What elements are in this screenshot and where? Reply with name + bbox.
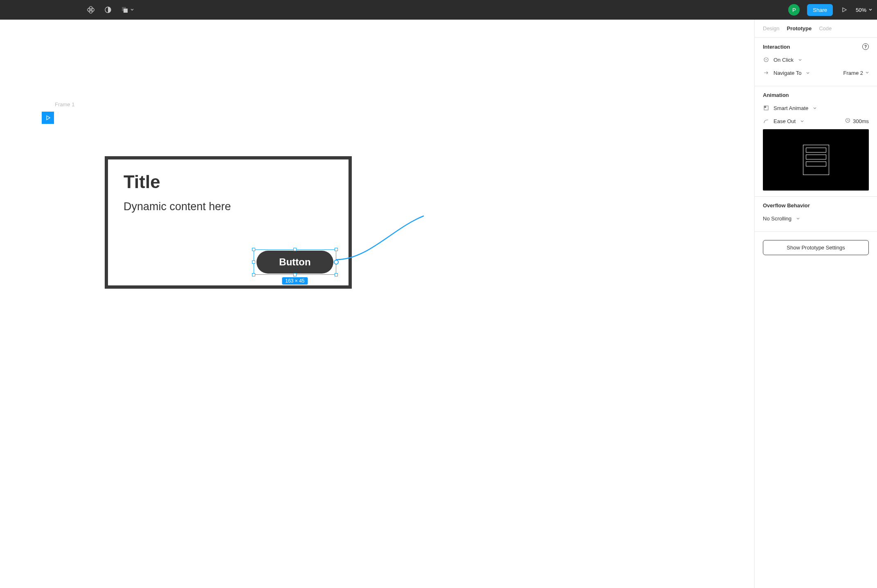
canvas-button[interactable]: Button: [256, 251, 333, 274]
canvas[interactable]: Frame 1 Title Dynamic content here Butto…: [0, 20, 754, 588]
easing-row[interactable]: Ease Out 300ms: [763, 115, 869, 127]
resize-handle-ne[interactable]: [335, 248, 338, 251]
chevron-down-icon: [813, 105, 816, 111]
animation-heading: Animation: [763, 92, 789, 98]
share-button[interactable]: Share: [807, 4, 833, 16]
right-panel: Design Prototype Code Interaction ? On C…: [754, 20, 877, 588]
chevron-down-icon: [801, 118, 804, 124]
svg-rect-6: [124, 9, 128, 13]
resize-handle-sw[interactable]: [252, 273, 255, 276]
resize-handle-se[interactable]: [335, 273, 338, 276]
zoom-dropdown[interactable]: 50%: [856, 7, 872, 13]
trigger-label: On Click: [774, 57, 794, 63]
overflow-row[interactable]: No Scrolling: [763, 213, 869, 224]
interaction-heading: Interaction: [763, 44, 790, 50]
svg-rect-10: [764, 106, 766, 108]
user-avatar[interactable]: P: [788, 4, 800, 16]
toolbar-left: [87, 6, 134, 14]
chevron-down-icon: [866, 71, 869, 74]
overflow-value: No Scrolling: [763, 215, 792, 222]
animation-type-row[interactable]: Smart Animate: [763, 102, 869, 114]
svg-rect-3: [89, 10, 92, 13]
chevron-down-icon: [796, 215, 800, 222]
preview-frame-icon: [803, 145, 829, 175]
panel-tabs: Design Prototype Code: [755, 20, 877, 38]
animation-section: Animation Smart Animate Ease Out 300ms: [755, 86, 877, 197]
resize-handle-n[interactable]: [293, 248, 297, 251]
button-selection-wrapper: Button 163 × 45: [254, 249, 336, 275]
trigger-row[interactable]: On Click: [763, 54, 869, 65]
arrow-right-icon: [763, 70, 769, 76]
clock-icon: [845, 118, 850, 124]
show-prototype-settings-button[interactable]: Show Prototype Settings: [763, 240, 869, 255]
text-description[interactable]: Dynamic content here: [124, 200, 231, 213]
components-icon[interactable]: [87, 6, 95, 14]
frame-label[interactable]: Frame 1: [55, 101, 74, 108]
tab-prototype[interactable]: Prototype: [787, 25, 812, 31]
connection-handle[interactable]: [334, 260, 339, 265]
animation-type-label: Smart Animate: [774, 105, 808, 111]
chevron-down-icon: [869, 8, 872, 11]
destination-label: Frame 2: [843, 70, 863, 76]
duration-field[interactable]: 300ms: [845, 118, 869, 124]
interaction-section: Interaction ? On Click Navigate To Frame…: [755, 38, 877, 86]
click-icon: [763, 57, 769, 63]
mask-icon[interactable]: [104, 6, 112, 14]
zoom-value: 50%: [856, 7, 866, 13]
resize-handle-nw[interactable]: [252, 248, 255, 251]
overflow-section: Overflow Behavior No Scrolling: [755, 197, 877, 232]
prototype-settings-section: Show Prototype Settings: [755, 232, 877, 261]
play-icon: [45, 115, 50, 120]
tab-design[interactable]: Design: [763, 25, 779, 31]
svg-point-8: [766, 59, 767, 60]
action-label: Navigate To: [774, 70, 801, 76]
action-row[interactable]: Navigate To Frame 2: [763, 67, 869, 79]
boolean-ops-icon[interactable]: [121, 6, 134, 14]
text-title[interactable]: Title: [124, 172, 160, 192]
flow-start-badge[interactable]: [42, 112, 54, 124]
help-icon[interactable]: ?: [862, 43, 869, 50]
toolbar-right: P Share 50%: [788, 4, 872, 16]
easing-label: Ease Out: [774, 118, 796, 124]
animation-preview[interactable]: [763, 129, 869, 191]
top-toolbar: P Share 50%: [0, 0, 877, 20]
svg-rect-2: [91, 8, 94, 11]
smart-animate-icon: [763, 105, 769, 111]
svg-rect-0: [89, 6, 92, 9]
chevron-down-icon: [798, 57, 802, 63]
present-icon[interactable]: [840, 6, 848, 14]
svg-rect-1: [87, 8, 90, 11]
duration-value: 300ms: [853, 118, 869, 124]
tab-code[interactable]: Code: [819, 25, 832, 31]
chevron-down-icon: [130, 8, 134, 11]
chevron-down-icon: [806, 70, 810, 76]
resize-handle-s[interactable]: [293, 273, 297, 276]
selection-size-badge: 163 × 45: [282, 277, 308, 285]
frame-1[interactable]: Title Dynamic content here Button 163 × …: [105, 156, 352, 289]
destination-dropdown[interactable]: Frame 2: [843, 70, 869, 76]
resize-handle-w[interactable]: [252, 260, 255, 264]
ease-curve-icon: [763, 118, 769, 124]
overflow-heading: Overflow Behavior: [763, 202, 810, 209]
